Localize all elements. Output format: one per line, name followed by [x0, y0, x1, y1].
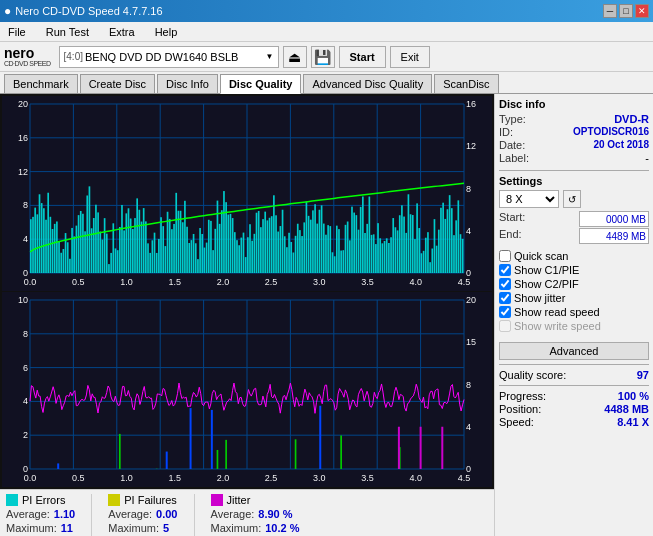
menu-file[interactable]: File [4, 25, 30, 39]
end-mb-row: End: [499, 228, 649, 244]
toolbar: nero CD·DVD SPEED [4:0] BENQ DVD DD DW16… [0, 42, 653, 72]
progress-value: 100 % [618, 390, 649, 402]
end-label: End: [499, 228, 522, 244]
pi-failures-label: PI Failures [124, 494, 177, 506]
titlebar: ● Nero CD-DVD Speed 4.7.7.16 ─ □ ✕ [0, 0, 653, 22]
main-content: PI Errors Average: 1.10 Maximum: 11 Tota… [0, 94, 653, 536]
show-jitter-label: Show jitter [514, 292, 565, 304]
menu-run-test[interactable]: Run Test [42, 25, 93, 39]
divider-1 [91, 494, 92, 536]
pi-failures-max-label: Maximum: [108, 522, 159, 534]
exit-button[interactable]: Exit [390, 46, 430, 68]
charts-container [0, 94, 494, 489]
eject-button[interactable]: ⏏ [283, 46, 307, 68]
jitter-max-value: 10.2 % [265, 522, 299, 534]
progress-section: Progress: 100 % Position: 4488 MB Speed:… [499, 390, 649, 428]
pi-failures-stats: PI Failures Average: 0.00 Maximum: 5 Tot… [108, 494, 177, 536]
show-c2-checkbox[interactable] [499, 278, 511, 290]
menu-extra[interactable]: Extra [105, 25, 139, 39]
app-icon: ● [4, 4, 11, 18]
speed-value: 8.41 X [617, 416, 649, 428]
pi-errors-max-value: 11 [61, 522, 73, 534]
bottom-chart [2, 292, 492, 487]
window-controls[interactable]: ─ □ ✕ [603, 4, 649, 18]
progress-row: Progress: 100 % [499, 390, 649, 402]
show-write-row: Show write speed [499, 320, 649, 332]
start-mb-row: Start: [499, 211, 649, 227]
tab-scandisc[interactable]: ScanDisc [434, 74, 498, 93]
disc-date-value: 20 Oct 2018 [593, 139, 649, 151]
pi-failures-avg-label: Average: [108, 508, 152, 520]
show-c1-checkbox[interactable] [499, 264, 511, 276]
jitter-avg-value: 8.90 % [258, 508, 292, 520]
jitter-color [211, 494, 223, 506]
pi-failures-avg-value: 0.00 [156, 508, 177, 520]
refresh-button[interactable]: ↺ [563, 190, 581, 208]
disc-info-title: Disc info [499, 98, 649, 110]
save-button[interactable]: 💾 [311, 46, 335, 68]
disc-type-row: Type: DVD-R [499, 113, 649, 125]
tab-create-disc[interactable]: Create Disc [80, 74, 155, 93]
divider-progress [499, 385, 649, 386]
show-read-label: Show read speed [514, 306, 600, 318]
position-value: 4488 MB [604, 403, 649, 415]
progress-label: Progress: [499, 390, 546, 402]
disc-id-value: OPTODISCR016 [573, 126, 649, 138]
close-button[interactable]: ✕ [635, 4, 649, 18]
start-input[interactable] [579, 211, 649, 227]
show-read-row: Show read speed [499, 306, 649, 318]
drive-dropdown-icon[interactable]: ▼ [266, 52, 274, 61]
pi-errors-stats: PI Errors Average: 1.10 Maximum: 11 Tota… [6, 494, 75, 536]
settings-title: Settings [499, 175, 649, 187]
pi-errors-label: PI Errors [22, 494, 65, 506]
position-row: Position: 4488 MB [499, 403, 649, 415]
disc-label-row: Label: - [499, 152, 649, 164]
tab-advanced-disc-quality[interactable]: Advanced Disc Quality [303, 74, 432, 93]
drive-index: [4:0] [64, 51, 83, 62]
pi-failures-color [108, 494, 120, 506]
disc-label-value: - [645, 152, 649, 164]
disc-date-label: Date: [499, 139, 525, 151]
minimize-button[interactable]: ─ [603, 4, 617, 18]
disc-date-row: Date: 20 Oct 2018 [499, 139, 649, 151]
divider-quality [499, 364, 649, 365]
tab-benchmark[interactable]: Benchmark [4, 74, 78, 93]
disc-id-row: ID: OPTODISCR016 [499, 126, 649, 138]
pi-errors-avg-value: 1.10 [54, 508, 75, 520]
quality-score-row: Quality score: 97 [499, 369, 649, 381]
show-c2-label: Show C2/PIF [514, 278, 579, 290]
end-input[interactable] [579, 228, 649, 244]
top-chart [2, 96, 492, 291]
tab-disc-info[interactable]: Disc Info [157, 74, 218, 93]
drive-selector[interactable]: [4:0] BENQ DVD DD DW1640 BSLB ▼ [59, 46, 279, 68]
show-c1-label: Show C1/PIE [514, 264, 579, 276]
quick-scan-checkbox[interactable] [499, 250, 511, 262]
drive-name: BENQ DVD DD DW1640 BSLB [85, 51, 264, 63]
pi-failures-max-value: 5 [163, 522, 169, 534]
show-jitter-row: Show jitter [499, 292, 649, 304]
maximize-button[interactable]: □ [619, 4, 633, 18]
disc-id-label: ID: [499, 126, 513, 138]
show-jitter-checkbox[interactable] [499, 292, 511, 304]
divider-2 [194, 494, 195, 536]
settings-section: Settings 8 X ↺ Start: End: [499, 175, 649, 244]
speed-label: Speed: [499, 416, 534, 428]
show-write-label: Show write speed [514, 320, 601, 332]
start-button[interactable]: Start [339, 46, 386, 68]
advanced-button[interactable]: Advanced [499, 342, 649, 360]
speed-select[interactable]: 8 X [499, 190, 559, 208]
show-write-checkbox[interactable] [499, 320, 511, 332]
disc-type-value: DVD-R [614, 113, 649, 125]
show-read-checkbox[interactable] [499, 306, 511, 318]
start-label: Start: [499, 211, 525, 227]
stats-bar: PI Errors Average: 1.10 Maximum: 11 Tota… [0, 489, 494, 536]
jitter-avg-label: Average: [211, 508, 255, 520]
disc-info-section: Disc info Type: DVD-R ID: OPTODISCR016 D… [499, 98, 649, 164]
quality-score-label: Quality score: [499, 369, 566, 381]
tab-disc-quality[interactable]: Disc Quality [220, 74, 302, 94]
show-c2-row: Show C2/PIF [499, 278, 649, 290]
jitter-label: Jitter [227, 494, 251, 506]
checkboxes-section: Quick scan Show C1/PIE Show C2/PIF Show … [499, 250, 649, 332]
jitter-max-label: Maximum: [211, 522, 262, 534]
menu-help[interactable]: Help [151, 25, 182, 39]
